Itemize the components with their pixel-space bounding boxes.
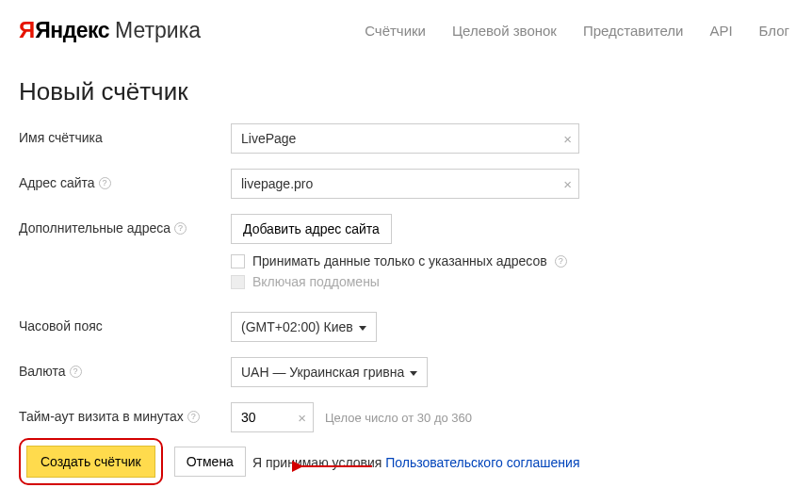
include-subdomains-label: Включая поддомены [252, 274, 380, 289]
include-subdomains-checkbox [231, 275, 245, 289]
header: ЯЯндекс Метрика Счётчики Целевой звонок … [0, 0, 812, 51]
nav-api[interactable]: API [709, 23, 732, 39]
logo-yandex-text: Яндекс [35, 18, 109, 42]
label-timezone: Часовой пояс [19, 312, 231, 333]
help-icon[interactable]: ? [187, 411, 200, 423]
add-site-address-button[interactable]: Добавить адрес сайта [231, 214, 392, 244]
top-nav: Счётчики Целевой звонок Представители AP… [365, 23, 789, 39]
label-additional-addresses: Дополнительные адреса ? [19, 214, 231, 236]
create-counter-button[interactable]: Создать счётчик [26, 446, 155, 478]
site-address-input[interactable] [231, 169, 579, 199]
timeout-hint: Целое число от 30 до 360 [325, 411, 472, 425]
accept-only-specified-label: Принимать данные только с указанных адре… [252, 253, 547, 268]
clear-icon[interactable]: × [563, 176, 572, 192]
counter-name-input[interactable] [231, 123, 579, 154]
logo-metrika-text: Метрика [115, 18, 201, 43]
currency-select[interactable]: UAH — Украинская гривна [231, 357, 428, 387]
chevron-down-icon [410, 371, 417, 376]
page-title: Новый счётчик [19, 77, 812, 106]
nav-blog[interactable]: Блог [759, 23, 789, 39]
chevron-down-icon [359, 326, 366, 331]
accept-only-specified-checkbox[interactable] [231, 254, 245, 268]
nav-representatives[interactable]: Представители [583, 23, 683, 39]
clear-icon[interactable]: × [298, 410, 306, 426]
arrow-annotation-icon [292, 455, 377, 478]
highlight-annotation: Создать счётчик [19, 438, 163, 485]
nav-target-call[interactable]: Целевой звонок [452, 23, 557, 39]
label-timeout: Тайм-аут визита в минутах ? [19, 402, 231, 424]
label-counter-name: Имя счётчика [19, 123, 231, 145]
cancel-button[interactable]: Отмена [174, 447, 246, 477]
label-currency: Валюта ? [19, 357, 231, 379]
user-agreement-link[interactable]: Пользовательского соглашения [385, 455, 579, 470]
help-icon[interactable]: ? [70, 366, 82, 378]
logo[interactable]: ЯЯндекс Метрика [19, 17, 201, 43]
help-icon[interactable]: ? [99, 177, 111, 189]
help-icon[interactable]: ? [174, 222, 187, 235]
timezone-select[interactable]: (GMT+02:00) Киев [231, 312, 377, 342]
clear-icon[interactable]: × [563, 131, 572, 147]
label-site-address: Адрес сайта ? [19, 169, 231, 190]
help-icon[interactable]: ? [555, 255, 567, 268]
nav-counters[interactable]: Счётчики [365, 23, 426, 39]
counter-form: Имя счётчика × Адрес сайта ? × Дополните… [0, 123, 812, 470]
footer-actions: Создать счётчик Отмена [19, 438, 246, 485]
